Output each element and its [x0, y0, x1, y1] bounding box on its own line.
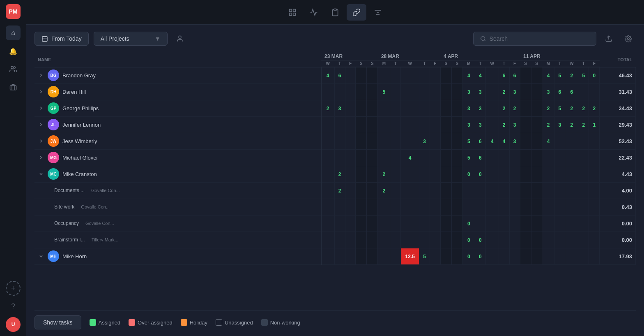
projects-dropdown[interactable]: All Projects ▼	[94, 32, 168, 46]
cell-jennifer-lennon-14	[485, 116, 499, 133]
name-cell-george-phillips: GPGeorge Phillips	[34, 100, 321, 116]
total-cell-mike-cranston-sub2: 0.43	[600, 199, 636, 215]
clipboard-btn[interactable]	[325, 4, 345, 21]
settings-button[interactable]	[621, 31, 636, 46]
expand-btn-daren-hill[interactable]	[38, 88, 44, 95]
user-avatar[interactable]: U	[6, 317, 21, 332]
cell-brandon-gray-18	[531, 67, 542, 83]
subtask-name-mike-cranston-sub4: Brainstorm I...	[54, 237, 85, 243]
cell-jess-wimberly-0	[321, 133, 334, 149]
sidebar-item-briefcase[interactable]	[6, 80, 21, 95]
cell-brandon-gray-5	[378, 67, 390, 83]
cell-mike-cranston-sub4-3	[356, 232, 367, 248]
filter-btn[interactable]	[368, 4, 388, 21]
from-today-button[interactable]: From Today	[34, 32, 89, 46]
app-logo[interactable]: PM	[6, 4, 21, 19]
day-t5: T	[499, 60, 509, 67]
cell-jennifer-lennon-4	[367, 116, 378, 133]
cell-mike-cranston-sub1-22	[578, 182, 589, 199]
cell-mike-cranston-20	[554, 166, 565, 182]
name-col-header: NAME	[34, 53, 321, 67]
cell-jennifer-lennon-3	[356, 116, 367, 133]
add-button[interactable]: +	[6, 281, 21, 296]
expand-btn-brandon-gray[interactable]	[38, 72, 44, 79]
cell-michael-glover-8	[419, 149, 430, 166]
cell-michael-glover-22	[578, 149, 589, 166]
cell-michael-glover-12: 5	[462, 149, 475, 166]
expand-btn-george-phillips[interactable]	[38, 105, 44, 111]
cell-michael-glover-4	[367, 149, 378, 166]
day-t1: T	[334, 60, 345, 67]
cell-daren-hill-15: 2	[499, 83, 509, 100]
expand-btn-mike-cranston[interactable]	[38, 171, 44, 177]
main-content: From Today All Projects ▼	[26, 0, 644, 336]
cell-mike-cranston-sub2-9	[430, 199, 440, 215]
day-s5: S	[520, 60, 531, 67]
cell-mike-cranston-sub2-1	[334, 199, 345, 215]
search-box[interactable]	[473, 32, 596, 46]
cell-george-phillips-10	[440, 100, 451, 116]
day-s2: S	[367, 60, 378, 67]
cell-jennifer-lennon-12: 3	[462, 116, 475, 133]
expand-btn-jess-wimberly[interactable]	[38, 138, 44, 144]
cell-mike-cranston-sub1-15	[499, 182, 509, 199]
scan-btn[interactable]	[283, 4, 302, 21]
day-t2: T	[390, 60, 401, 67]
svg-point-15	[481, 37, 485, 41]
cell-mike-cranston-sub4-16	[509, 232, 520, 248]
day-w3: W	[485, 60, 499, 67]
person-filter-button[interactable]	[172, 31, 187, 46]
total-cell-george-phillips: 34.43	[600, 100, 636, 116]
cell-michael-glover-5	[378, 149, 390, 166]
show-tasks-button[interactable]: Show tasks	[34, 315, 81, 329]
cell-mike-cranston-12: 0	[462, 166, 475, 182]
cell-george-phillips-3	[356, 100, 367, 116]
expand-btn-michael-glover[interactable]	[38, 154, 44, 161]
sidebar-item-users[interactable]	[6, 62, 21, 76]
cell-michael-glover-7: 4	[401, 149, 419, 166]
cell-jess-wimberly-9	[430, 133, 440, 149]
search-input[interactable]	[490, 35, 589, 42]
footer: Show tasks Assigned Over-assigned Holida…	[34, 310, 636, 329]
cell-george-phillips-23: 2	[589, 100, 600, 116]
cell-jess-wimberly-3	[356, 133, 367, 149]
chevron-down-icon: ▼	[155, 35, 161, 42]
cell-mike-cranston-4	[367, 166, 378, 182]
name-cell-brandon-gray: BGBrandon Gray	[34, 67, 321, 83]
expand-btn-mike-horn[interactable]	[38, 253, 44, 260]
cell-mike-horn-16	[509, 248, 520, 264]
cell-mike-cranston-sub2-3	[356, 199, 367, 215]
legend-non-working: Non-working	[261, 319, 300, 326]
cell-daren-hill-9	[430, 83, 440, 100]
cell-michael-glover-20	[554, 149, 565, 166]
cell-michael-glover-17	[520, 149, 531, 166]
sidebar-item-bell[interactable]: 🔔	[6, 44, 21, 58]
cell-daren-hill-0	[321, 83, 334, 100]
cell-mike-cranston-sub2-15	[499, 199, 509, 215]
cell-jennifer-lennon-21: 2	[565, 116, 578, 133]
help-icon[interactable]: ?	[6, 299, 21, 314]
cell-mike-cranston-sub3-16	[509, 215, 520, 232]
expand-btn-jennifer-lennon[interactable]	[38, 121, 44, 128]
link-btn[interactable]	[347, 4, 366, 21]
cell-mike-cranston-23	[589, 166, 600, 182]
cell-mike-cranston-6	[390, 166, 401, 182]
sidebar-item-home[interactable]: ⌂	[6, 25, 21, 40]
name-cell-mike-cranston-sub3: OccupancyGovalle Con...	[34, 215, 321, 232]
activity-btn[interactable]	[304, 4, 324, 21]
cell-mike-cranston-1: 2	[334, 166, 345, 182]
date-group-28mar: 28 MAR	[378, 53, 440, 60]
export-button[interactable]	[601, 31, 616, 46]
cell-mike-cranston-sub1-5: 2	[378, 182, 390, 199]
cell-mike-horn-14	[485, 248, 499, 264]
subtask-name-mike-cranston-sub3: Occupancy	[54, 220, 79, 226]
cell-brandon-gray-20: 5	[554, 67, 565, 83]
cell-mike-horn-2	[345, 248, 356, 264]
cell-brandon-gray-13: 4	[475, 67, 485, 83]
cell-mike-horn-17	[520, 248, 531, 264]
cell-brandon-gray-4	[367, 67, 378, 83]
table-scroll[interactable]: NAME 23 MAR 28 MAR 4 APR 11 APR TOTAL W …	[34, 53, 636, 307]
cell-jennifer-lennon-22: 2	[578, 116, 589, 133]
day-s1: S	[356, 60, 367, 67]
cell-mike-cranston-sub2-8	[419, 199, 430, 215]
